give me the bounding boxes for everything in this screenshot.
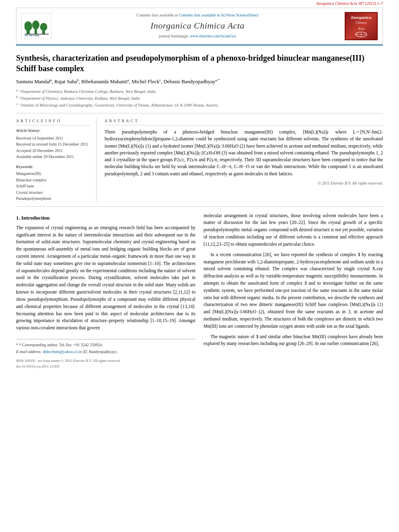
sciverse-link[interactable]: Contents lists available at SciVerse Sci… (179, 13, 259, 17)
article-info-label: A R T I C L E I N F O (16, 118, 90, 126)
abstract-column: A B S T R A C T Three pseudopolymorphs o… (105, 118, 383, 202)
keyword-4: Pseudopolymorphism (16, 196, 90, 202)
keywords-title: Keywords: (16, 164, 90, 170)
intro-para-3: In a recent communication [26], we have … (204, 251, 383, 330)
body-left-column: 1. Introduction The expansion of crystal… (16, 212, 195, 370)
history-item-1: Received in revised form 15 December 201… (16, 142, 90, 148)
body-right-column: molecular arrangement in crystal structu… (204, 212, 383, 370)
abstract-text: Three pseudopolymorphs of a phenoxo-brid… (105, 129, 383, 177)
journal-title-text: Inorganica Chimica Acta (58, 19, 337, 32)
abstract-label: A B S T R A C T (105, 118, 383, 126)
journal-reference: Inorganica Chimica Acta 387 (2012) 1–7 (0, 0, 399, 8)
affiliation-a: a ᵃ Department of Chemistry, Bankura Chr… (16, 88, 383, 94)
svg-point-1 (25, 21, 32, 31)
affiliation-c: c ᶜ Institute of Mineralogy and Crystall… (16, 102, 383, 108)
journal-logo-right: Inorganica Chimica Acta (341, 12, 378, 40)
elsevier-logo-left: ELSEVIER (21, 13, 53, 39)
footnote-section: * * Corresponding author. Tel./fax: +91 … (16, 339, 195, 355)
issn-text: 0020-1693/$ - see front matter © 2011 El… (16, 358, 195, 364)
doi-text: doi:10.1016/j.ica.2011.12.035 (16, 364, 195, 370)
right-journal-logo-box: Inorganica Chimica Acta (345, 12, 378, 40)
journal-center: Contents lists available at Contents lis… (58, 12, 337, 39)
keyword-3: Crystal structure (16, 190, 90, 196)
intro-para-4: The magnetic nature of 3 and similar oth… (204, 333, 383, 348)
keyword-0: Manganese(III) (16, 171, 90, 177)
affiliation-b: b ᵇ Department of Physics, Jadavpur Univ… (16, 95, 383, 101)
keyword-1: Binuclear complex (16, 177, 90, 183)
right-logo-icon (353, 31, 369, 37)
intro-para-1: The expansion of crystal engineering as … (16, 224, 195, 332)
history-item-2: Accepted 20 December 2011 (16, 148, 90, 154)
svg-point-5 (40, 23, 47, 31)
journal-header: ELSEVIER Contents lists available at Con… (16, 8, 383, 45)
section1-heading: 1. Introduction (16, 214, 195, 222)
article-info-abstract-section: A R T I C L E I N F O Article history: R… (16, 118, 383, 207)
article-title: Synthesis, characterization and pseudopo… (16, 53, 383, 74)
article-title-section: Synthesis, characterization and pseudopo… (16, 45, 383, 113)
svg-point-3 (32, 21, 39, 29)
history-item-0: Received 14 September 2011 (16, 136, 90, 142)
article-history-title: Article history: (16, 128, 90, 134)
journal-homepage: journal homepage: www.elsevier.com/locat… (58, 33, 337, 39)
intro-para-2: molecular arrangement in crystal structu… (204, 212, 383, 248)
footnote-email: E-mail address: dbbcchem@yahoo.co.in (D.… (16, 349, 195, 355)
keyword-2: Schiff base (16, 183, 90, 189)
footnote-star: * * Corresponding author. Tel./fax: +91 … (16, 342, 195, 348)
footnote-email-link[interactable]: dbbcchem@yahoo.co.in (43, 349, 82, 354)
svg-text:ELSEVIER: ELSEVIER (25, 35, 39, 36)
elsevier-tree-icon: ELSEVIER (25, 16, 49, 36)
sciverse-line: Contents lists available at Contents lis… (58, 12, 337, 18)
affiliations: a ᵃ Department of Chemistry, Bankura Chr… (16, 88, 383, 109)
homepage-url[interactable]: www.elsevier.com/locate/ica (190, 34, 236, 38)
copyright-line: © 2011 Elsevier B.V. All rights reserved… (105, 181, 383, 187)
main-body: 1. Introduction The expansion of crystal… (16, 212, 383, 370)
authors-line: Santanu Mandala, Rajat Sahab, Bibekanand… (16, 78, 383, 86)
article-content: Synthesis, characterization and pseudopo… (16, 45, 383, 370)
issn-bar: 0020-1693/$ - see front matter © 2011 El… (16, 358, 195, 370)
history-item-3: Available online 29 December 2011 (16, 154, 90, 160)
article-info-column: A R T I C L E I N F O Article history: R… (16, 118, 97, 202)
